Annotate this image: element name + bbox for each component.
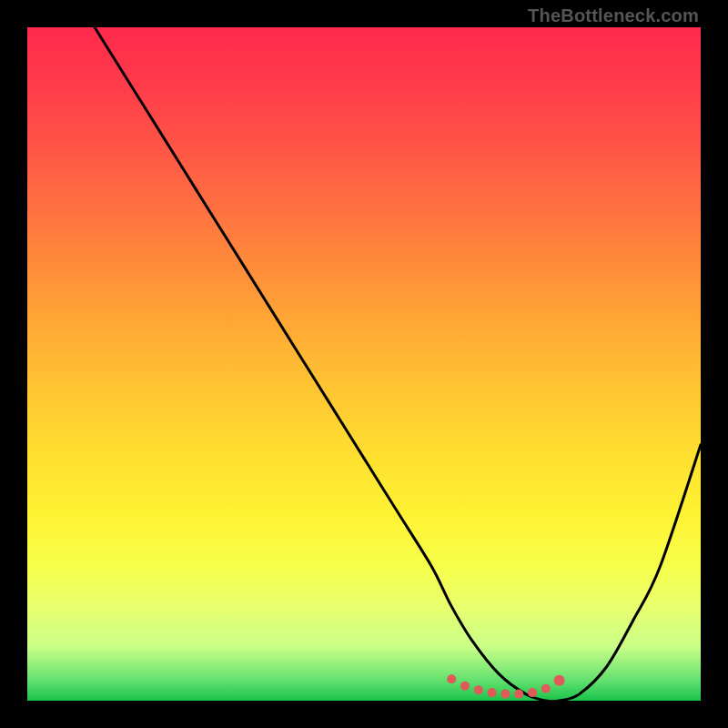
curve-marker <box>488 688 497 697</box>
marker-layer <box>447 674 564 698</box>
curve-marker <box>528 688 537 697</box>
bottleneck-curve <box>95 27 701 701</box>
curve-marker <box>460 682 470 691</box>
curve-marker <box>447 674 456 683</box>
curve-marker <box>514 690 523 699</box>
curve-layer <box>27 27 701 701</box>
plot-area <box>27 27 701 701</box>
curve-marker <box>474 685 483 694</box>
curve-marker <box>554 675 565 686</box>
curve-marker <box>541 684 551 693</box>
curve-marker <box>500 690 510 699</box>
attribution-text: TheBottleneck.com <box>528 5 699 26</box>
chart-frame: TheBottleneck.com <box>0 0 728 728</box>
